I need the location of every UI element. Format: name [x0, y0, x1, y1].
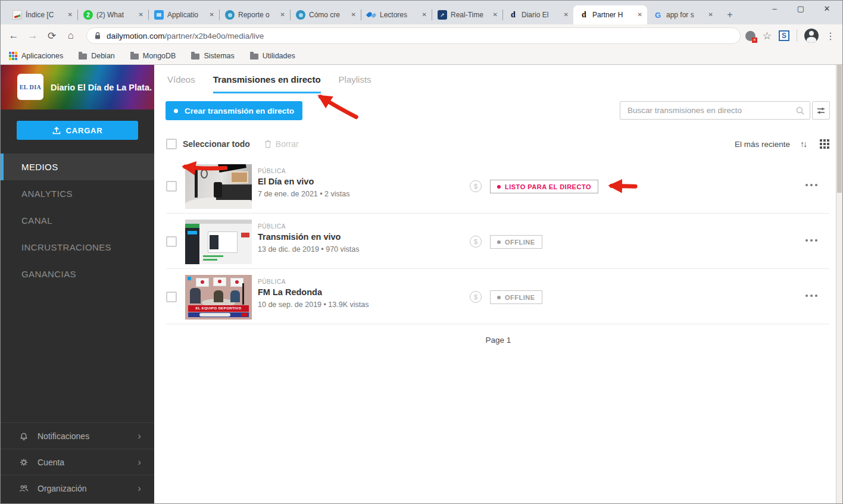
browser-tab[interactable]: Applicatio ✕ — [148, 5, 219, 24]
video-thumbnail[interactable] — [185, 164, 252, 209]
media-row[interactable]: EL EQUIPO DEPORTIVO PÚBLICA FM La Redond… — [166, 269, 829, 324]
tab-videos[interactable]: Vídeos — [167, 74, 195, 93]
lock-icon — [94, 32, 101, 40]
browser-tab[interactable]: Reporte o ✕ — [219, 5, 290, 24]
browser-tab[interactable]: G app for s ✕ — [647, 5, 718, 24]
row-menu-icon[interactable] — [805, 239, 817, 242]
media-row[interactable]: PÚBLICA Transmisión en vivo 13 de dic. d… — [166, 214, 829, 269]
monetization-icon: $ — [470, 236, 482, 248]
sidebar-item-ganancias[interactable]: GANANCIAS — [1, 261, 154, 287]
browser-tab-active[interactable]: d Partner H ✕ — [573, 5, 647, 24]
trash-icon — [264, 139, 272, 149]
select-all-checkbox[interactable] — [166, 139, 177, 149]
monetization-icon: $ — [470, 180, 482, 192]
tab-strip: Índice [C ✕ 2 (2) What ✕ Applicatio ✕ Re… — [1, 1, 842, 24]
tab-close-icon[interactable]: ✕ — [208, 11, 216, 19]
back-button[interactable]: ← — [5, 27, 22, 44]
bookmark-star-icon[interactable]: ☆ — [763, 30, 772, 42]
tab-close-icon[interactable]: ✕ — [138, 11, 145, 19]
tab-close-icon[interactable]: ✕ — [421, 11, 428, 19]
channel-banner: EL DIA Diario El Día de La Plata. — [1, 65, 154, 109]
tab-transmisiones[interactable]: Transmisiones en directo — [213, 74, 321, 93]
tab-close-icon[interactable]: ✕ — [350, 11, 357, 19]
drops-favicon — [367, 10, 376, 20]
page-scrollbar[interactable] — [836, 65, 842, 503]
folder-icon — [250, 54, 258, 60]
channel-logo[interactable]: EL DIA — [17, 74, 43, 100]
tab-title: Lectores — [380, 11, 417, 19]
filter-sliders-icon — [816, 106, 826, 115]
bookmark-folder[interactable]: MongoDB — [130, 52, 176, 60]
sidebar-item-organizacion[interactable]: Organización › — [1, 475, 154, 501]
window-close-button[interactable]: ✕ — [821, 4, 833, 13]
window-maximize-button[interactable]: ▢ — [795, 4, 807, 13]
bookmark-apps[interactable]: Aplicaciones — [9, 52, 63, 60]
bookmark-folder[interactable]: Utilidades — [250, 52, 295, 60]
sidebar-item-cuenta[interactable]: Cuenta › — [1, 449, 154, 475]
new-tab-button[interactable]: + — [722, 7, 738, 23]
video-thumbnail[interactable] — [185, 220, 252, 264]
sort-arrows-icon[interactable]: ↑↓ — [800, 139, 806, 149]
select-all-label: Seleccionar todo — [183, 139, 250, 149]
sidebar-item-canal[interactable]: CANAL — [1, 207, 154, 234]
status-dot — [497, 296, 501, 299]
cookies-blocked-icon[interactable] — [745, 31, 755, 41]
sidebar-item-label: Organización — [38, 484, 129, 493]
search-input[interactable] — [627, 106, 795, 115]
browser-menu-icon[interactable]: ⋮ — [826, 30, 835, 42]
bookmark-folder[interactable]: Sistemas — [191, 52, 234, 60]
privacy-label: PÚBLICA — [258, 223, 286, 230]
media-list: PÚBLICA El Día en vivo 7 de ene. de 2021… — [166, 158, 829, 324]
tab-playlists[interactable]: Playlists — [339, 74, 371, 93]
media-title[interactable]: FM La Redonda — [258, 287, 322, 297]
reload-button[interactable]: ⟳ — [43, 27, 60, 44]
row-checkbox[interactable] — [166, 181, 177, 192]
tab-close-icon[interactable]: ✕ — [636, 11, 644, 19]
browser-tab[interactable]: d Diario El ✕ — [502, 5, 573, 24]
row-checkbox[interactable] — [166, 292, 177, 302]
row-menu-icon[interactable] — [805, 184, 817, 186]
tab-close-icon[interactable]: ✕ — [67, 11, 74, 19]
chevron-right-icon: › — [138, 483, 141, 494]
tab-close-icon[interactable]: ✕ — [279, 11, 286, 19]
media-title[interactable]: El Día en vivo — [258, 177, 314, 186]
dailymotion-favicon: d — [508, 10, 518, 20]
filter-button[interactable] — [812, 101, 830, 120]
grid-view-icon[interactable] — [820, 139, 829, 149]
row-checkbox[interactable] — [166, 236, 177, 247]
folder-icon — [191, 54, 199, 60]
tab-close-icon[interactable]: ✕ — [563, 11, 570, 19]
delete-button[interactable]: Borrar — [264, 139, 299, 149]
sidebar-item-medios[interactable]: MEDIOS — [1, 154, 154, 180]
browser-window: Índice [C ✕ 2 (2) What ✕ Applicatio ✕ Re… — [0, 0, 843, 504]
tab-close-icon[interactable]: ✕ — [492, 11, 499, 19]
browser-tab[interactable]: Lectores ✕ — [361, 5, 432, 24]
bookmark-folder[interactable]: Debian — [79, 52, 115, 60]
address-bar[interactable]: dailymotion.com/partner/x2b4e0o/media/li… — [86, 27, 741, 44]
browser-tab[interactable]: 2 (2) What ✕ — [77, 5, 148, 24]
sidebar-item-incrustraciones[interactable]: INCRUSTRACIONES — [1, 234, 154, 261]
row-menu-icon[interactable] — [805, 295, 817, 297]
extension-icon[interactable]: S — [779, 30, 789, 41]
home-button[interactable]: ⌂ — [63, 27, 79, 44]
browser-tab[interactable]: ➚ Real-Time ✕ — [432, 5, 502, 24]
media-row[interactable]: PÚBLICA El Día en vivo 7 de ene. de 2021… — [166, 158, 829, 214]
tab-close-icon[interactable]: ✕ — [707, 11, 714, 19]
sidebar-item-analytics[interactable]: ANALYTICS — [1, 180, 154, 207]
create-livestream-button[interactable]: Crear transmisión en directo — [166, 101, 302, 120]
upload-button[interactable]: CARGAR — [17, 121, 138, 140]
browser-tab[interactable]: Índice [C ✕ — [7, 5, 77, 24]
sidebar-item-notificaciones[interactable]: Notificaciones › — [1, 422, 154, 449]
thumbnail-banner-text: EL EQUIPO DEPORTIVO — [188, 305, 249, 312]
scrollbar-thumb[interactable] — [837, 65, 842, 193]
media-title[interactable]: Transmisión en vivo — [258, 232, 341, 242]
video-thumbnail[interactable]: EL EQUIPO DEPORTIVO — [185, 275, 252, 320]
chevron-right-icon: › — [138, 430, 141, 442]
browser-tab[interactable]: Cómo cre ✕ — [290, 5, 361, 24]
profile-avatar[interactable] — [804, 29, 819, 43]
notes-favicon — [13, 10, 22, 20]
forward-button[interactable]: → — [24, 27, 41, 44]
sort-order-label[interactable]: El más reciente — [735, 140, 790, 149]
app-favicon — [154, 10, 164, 20]
window-minimize-button[interactable]: – — [769, 4, 780, 13]
